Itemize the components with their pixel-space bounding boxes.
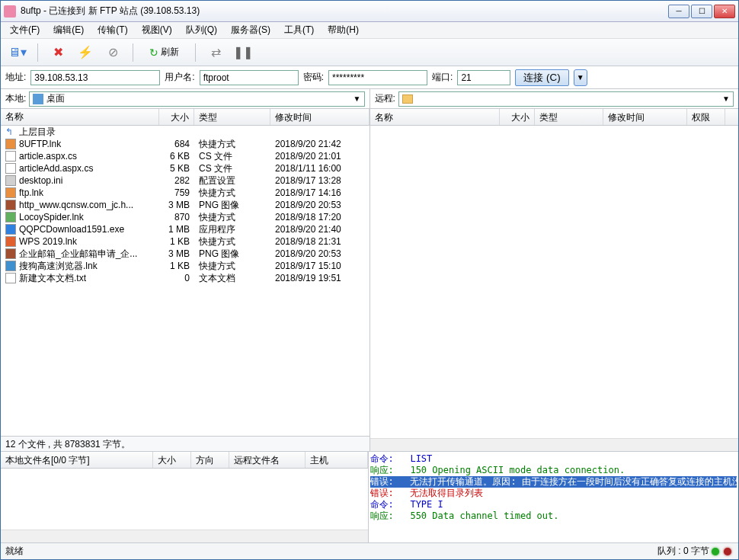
file-row[interactable]: articleAdd.aspx.cs5 KBCS 文件2018/1/11 16:… <box>1 162 370 174</box>
file-row[interactable]: 新建文本文档.txt0文本文档2018/9/19 19:51 <box>1 272 370 284</box>
updir-icon: ↰ <box>5 126 16 137</box>
file-row[interactable]: QQPCDownload1591.exe1 MB应用程序2018/9/20 21… <box>1 223 370 235</box>
connection-bar: 地址: 用户名: 密码: 端口: 连接 (C) ▼ <box>1 66 738 89</box>
remote-label: 远程: <box>375 92 395 105</box>
file-row[interactable]: WPS 2019.lnk1 KB快捷方式2018/9/18 21:31 <box>1 235 370 248</box>
local-path-combo[interactable]: 桌面 ▼ <box>29 91 364 107</box>
log-line: 命令: LIST <box>370 453 737 465</box>
menu-tools[interactable]: 工具(T) <box>278 22 320 38</box>
minimize-button[interactable]: ─ <box>668 5 689 18</box>
close-button[interactable]: ✕ <box>714 5 735 18</box>
remote-pane: 远程: ▼ 名称 大小 类型 修改时间 权限 <box>370 89 739 451</box>
col-remotename[interactable]: 远程文件名 <box>229 452 306 468</box>
password-label: 密码: <box>303 71 324 84</box>
stop-button[interactable]: ⊘ <box>102 42 123 63</box>
menu-queue[interactable]: 队列(Q) <box>180 22 223 38</box>
local-columns: 名称 大小 类型 修改时间 <box>1 109 370 126</box>
log-pane[interactable]: 命令: LIST响应: 150 Opening ASCII mode data … <box>369 452 739 542</box>
col-name[interactable]: 名称 <box>370 109 500 125</box>
file-icon <box>5 224 16 235</box>
file-row[interactable]: 8UFTP.lnk684快捷方式2018/9/20 21:42 <box>1 138 370 150</box>
menu-server[interactable]: 服务器(S) <box>225 22 277 38</box>
log-line: 错误: 无法取得目录列表 <box>370 488 737 499</box>
log-line: 响应: 150 Opening ASCII mode data connecti… <box>370 465 737 476</box>
pause-button[interactable]: ❚❚ <box>232 42 254 63</box>
local-file-list[interactable]: ↰上层目录8UFTP.lnk684快捷方式2018/9/20 21:42arti… <box>1 126 370 436</box>
connect-button[interactable]: 连接 (C) <box>515 69 568 86</box>
queue-hscroll[interactable] <box>1 530 368 542</box>
username-label: 用户名: <box>165 71 194 84</box>
file-icon <box>5 187 16 198</box>
file-icon <box>5 163 16 174</box>
updir-row[interactable]: ↰上层目录 <box>1 126 370 138</box>
file-icon <box>5 261 16 271</box>
col-type[interactable]: 类型 <box>194 109 270 125</box>
log-line: 错误: 无法打开传输通道。原因: 由于连接方在一段时间后没有正确答复或连接的主机… <box>370 476 737 488</box>
connect-dropdown-button[interactable]: 🖥▾ <box>7 42 28 63</box>
file-row[interactable]: article.aspx.cs6 KBCS 文件2018/9/20 21:01 <box>1 150 370 162</box>
file-row[interactable]: http_www.qcnsw.com_jc.h...3 MBPNG 图像2018… <box>1 199 370 211</box>
window-title: 8uftp - 已连接到 新 FTP 站点 (39.108.53.13) <box>21 5 668 18</box>
file-row[interactable]: ftp.lnk759快捷方式2018/9/17 14:16 <box>1 187 370 199</box>
transfer-mode-button[interactable]: ⇄ <box>205 42 226 63</box>
menu-view[interactable]: 视图(V) <box>136 22 178 38</box>
col-host[interactable]: 主机 <box>306 452 368 468</box>
address-input[interactable] <box>30 70 160 85</box>
file-row[interactable]: LocoySpider.lnk870快捷方式2018/9/18 17:20 <box>1 211 370 223</box>
chevron-down-icon[interactable]: ▼ <box>722 94 730 103</box>
bottom-panes: 本地文件名[0/0 字节] 大小 方向 远程文件名 主机 命令: LIST响应:… <box>1 451 738 542</box>
file-row[interactable]: desktop.ini282配置设置2018/9/17 13:28 <box>1 174 370 187</box>
app-window: 8uftp - 已连接到 新 FTP 站点 (39.108.53.13) ─ ☐… <box>0 0 739 560</box>
disconnect-button[interactable]: ✖ <box>47 42 69 63</box>
desktop-icon <box>33 94 43 104</box>
refresh-button[interactable]: ↻ 刷新 <box>142 42 186 63</box>
file-icon <box>5 273 16 283</box>
connect-dropdown-icon[interactable]: ▼ <box>574 69 587 86</box>
col-date[interactable]: 修改时间 <box>270 109 370 125</box>
col-dir[interactable]: 方向 <box>191 452 229 468</box>
abort-button[interactable]: ⚡ <box>75 42 96 63</box>
folder-icon <box>402 94 413 104</box>
menu-transfer[interactable]: 传输(T) <box>91 22 133 38</box>
local-label: 本地: <box>5 92 26 105</box>
chevron-down-icon[interactable]: ▼ <box>354 94 361 103</box>
col-size[interactable]: 大小 <box>500 109 535 125</box>
status-queue: 队列 : 0 字节 <box>657 545 709 558</box>
menu-edit[interactable]: 编辑(E) <box>47 22 90 38</box>
log-line: 命令: TYPE I <box>370 499 737 510</box>
remote-hscroll[interactable] <box>370 438 739 451</box>
file-icon <box>5 236 16 247</box>
col-size[interactable]: 大小 <box>159 109 194 125</box>
remote-path-combo[interactable]: ▼ <box>398 91 734 107</box>
password-input[interactable] <box>328 70 427 85</box>
port-input[interactable] <box>457 70 510 85</box>
statusbar: 就绪 队列 : 0 字节 <box>1 542 738 559</box>
port-label: 端口: <box>432 71 453 84</box>
app-icon <box>4 5 16 18</box>
queue-pane: 本地文件名[0/0 字节] 大小 方向 远程文件名 主机 <box>1 452 369 542</box>
queue-list[interactable] <box>1 469 368 530</box>
panes: 本地: 桌面 ▼ 名称 大小 类型 修改时间 ↰上层目录8UFTP.lnk684… <box>1 89 738 451</box>
local-path: 桌面 <box>46 92 65 105</box>
file-row[interactable]: 搜狗高速浏览器.lnk1 KB快捷方式2018/9/17 15:10 <box>1 260 370 272</box>
titlebar[interactable]: 8uftp - 已连接到 新 FTP 站点 (39.108.53.13) ─ ☐… <box>1 1 738 22</box>
file-icon <box>5 151 16 162</box>
col-perm[interactable]: 权限 <box>687 109 725 125</box>
col-date[interactable]: 修改时间 <box>603 109 687 125</box>
col-type[interactable]: 类型 <box>535 109 603 125</box>
led-1 <box>712 548 719 555</box>
menu-help[interactable]: 帮助(H) <box>322 22 365 38</box>
col-name[interactable]: 名称 <box>1 109 159 125</box>
col-size[interactable]: 大小 <box>153 452 191 468</box>
maximize-button[interactable]: ☐ <box>691 5 712 18</box>
username-input[interactable] <box>200 70 299 85</box>
remote-file-list[interactable] <box>370 126 739 438</box>
file-icon <box>5 175 16 186</box>
menubar: 文件(F) 编辑(E) 传输(T) 视图(V) 队列(Q) 服务器(S) 工具(… <box>1 22 738 39</box>
status-ready: 就绪 <box>5 545 24 558</box>
remote-columns: 名称 大小 类型 修改时间 权限 <box>370 109 739 126</box>
col-localname[interactable]: 本地文件名[0/0 字节] <box>1 452 153 468</box>
file-icon <box>5 212 16 222</box>
file-row[interactable]: 企业邮箱_企业邮箱申请_企...3 MBPNG 图像2018/9/20 20:5… <box>1 248 370 260</box>
menu-file[interactable]: 文件(F) <box>4 22 46 38</box>
